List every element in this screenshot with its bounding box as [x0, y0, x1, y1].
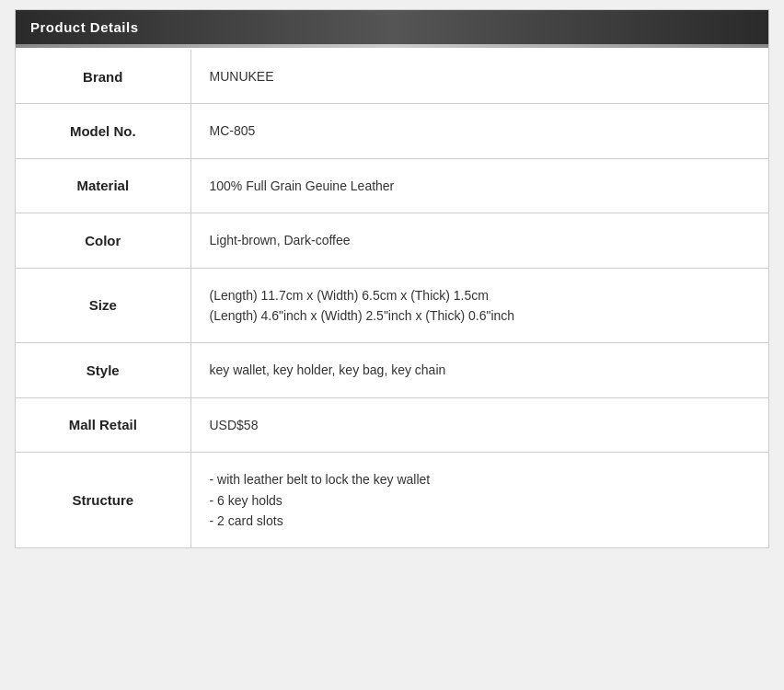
- table-row: Size(Length) 11.7cm x (Width) 6.5cm x (T…: [16, 268, 768, 343]
- row-value: key wallet, key holder, key bag, key cha…: [190, 343, 768, 397]
- value-line: - with leather belt to lock the key wall…: [210, 469, 751, 489]
- row-value: (Length) 11.7cm x (Width) 6.5cm x (Thick…: [190, 268, 768, 343]
- table-row: Material100% Full Grain Geuine Leather: [16, 158, 768, 213]
- row-label: Size: [16, 268, 190, 343]
- table-row: Structure- with leather belt to lock the…: [16, 453, 768, 548]
- table-row: Mall RetailUSD$58: [16, 397, 768, 452]
- table-row: Model No.MC-805: [16, 104, 768, 158]
- row-label: Brand: [16, 50, 190, 104]
- product-table: BrandMUNUKEEModel No.MC-805Material100% …: [16, 50, 768, 547]
- row-label: Mall Retail: [16, 397, 190, 452]
- row-value: MUNUKEE: [190, 50, 768, 104]
- header-title: Product Details: [30, 19, 139, 35]
- row-label: Color: [16, 213, 190, 268]
- row-value: MC-805: [190, 104, 768, 158]
- table-row: Stylekey wallet, key holder, key bag, ke…: [16, 343, 768, 397]
- value-line: - 6 key holds: [210, 490, 751, 511]
- row-label: Structure: [16, 453, 190, 548]
- header-divider: [16, 44, 768, 48]
- row-label: Model No.: [16, 104, 190, 158]
- row-value: 100% Full Grain Geuine Leather: [190, 158, 768, 213]
- value-line: (Length) 4.6"inch x (Width) 2.5"inch x (…: [210, 305, 751, 326]
- product-details-header: Product Details: [16, 10, 768, 44]
- table-row: ColorLight-brown, Dark-coffee: [16, 213, 768, 268]
- row-label: Material: [16, 158, 190, 213]
- row-value: USD$58: [190, 397, 768, 452]
- value-line: (Length) 11.7cm x (Width) 6.5cm x (Thick…: [210, 285, 751, 305]
- row-value: - with leather belt to lock the key wall…: [190, 453, 768, 548]
- value-line: - 2 card slots: [210, 511, 751, 531]
- product-details-container: Product Details BrandMUNUKEEModel No.MC-…: [15, 9, 769, 548]
- row-label: Style: [16, 343, 190, 397]
- row-value: Light-brown, Dark-coffee: [190, 213, 768, 268]
- table-row: BrandMUNUKEE: [16, 50, 768, 104]
